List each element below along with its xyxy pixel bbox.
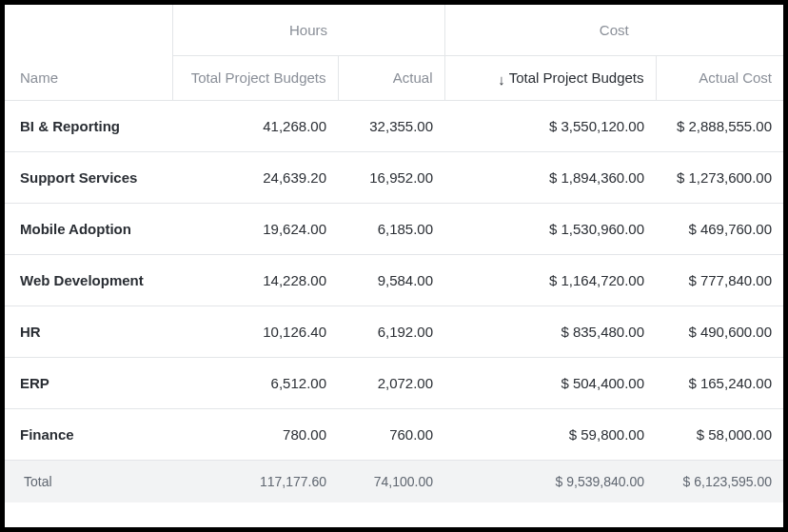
- row-name: Mobile Adoption: [5, 203, 172, 254]
- row-cost-budget: $ 1,530,960.00: [444, 203, 656, 254]
- totals-label: Total: [5, 460, 172, 502]
- row-hours-actual: 9,584.00: [338, 254, 444, 305]
- column-header-name[interactable]: Name: [5, 56, 172, 101]
- row-hours-budget: 6,512.00: [172, 357, 338, 408]
- column-header-hours-actual[interactable]: Actual: [338, 56, 444, 101]
- row-cost-budget: $ 3,550,120.00: [444, 100, 656, 151]
- column-header-hours-budget[interactable]: Total Project Budgets: [172, 56, 338, 101]
- row-hours-budget: 41,268.00: [172, 100, 338, 151]
- row-cost-actual: $ 469,760.00: [656, 203, 783, 254]
- project-budget-table: Hours Cost Name Total Project Budgets Ac…: [5, 5, 783, 502]
- row-cost-actual: $ 777,840.00: [656, 254, 783, 305]
- row-hours-budget: 14,228.00: [172, 254, 338, 305]
- column-group-hours[interactable]: Hours: [172, 5, 444, 56]
- totals-hours-actual: 74,100.00: [338, 460, 444, 502]
- row-name: HR: [5, 305, 172, 357]
- row-hours-actual: 6,185.00: [338, 203, 444, 254]
- report-frame: Hours Cost Name Total Project Budgets Ac…: [0, 0, 788, 532]
- row-cost-actual: $ 490,600.00: [656, 305, 783, 357]
- row-hours-actual: 32,355.00: [338, 100, 444, 151]
- sort-descending-icon: ↓: [498, 72, 505, 87]
- row-hours-actual: 16,952.00: [338, 151, 444, 203]
- table-row[interactable]: BI & Reporting41,268.0032,355.00$ 3,550,…: [5, 100, 783, 151]
- row-hours-budget: 24,639.20: [172, 151, 338, 203]
- row-hours-budget: 19,624.00: [172, 203, 338, 254]
- row-cost-actual: $ 1,273,600.00: [656, 151, 783, 203]
- column-header-cost-budget[interactable]: ↓Total Project Budgets: [444, 56, 656, 101]
- row-name: BI & Reporting: [5, 100, 172, 151]
- table-row[interactable]: Support Services24,639.2016,952.00$ 1,89…: [5, 151, 783, 203]
- row-cost-budget: $ 59,800.00: [444, 408, 656, 460]
- table-row[interactable]: Finance780.00760.00$ 59,800.00$ 58,000.0…: [5, 408, 783, 460]
- totals-row: Total 117,177.60 74,100.00 $ 9,539,840.0…: [5, 460, 783, 502]
- row-name: Support Services: [5, 151, 172, 203]
- totals-hours-budget: 117,177.60: [172, 460, 338, 502]
- row-cost-budget: $ 835,480.00: [444, 305, 656, 357]
- row-name: Web Development: [5, 254, 172, 305]
- row-cost-budget: $ 1,894,360.00: [444, 151, 656, 203]
- column-header-cost-actual[interactable]: Actual Cost: [656, 56, 783, 101]
- row-hours-budget: 780.00: [172, 408, 338, 460]
- row-name: Finance: [5, 408, 172, 460]
- header-blank: [5, 5, 172, 56]
- row-cost-actual: $ 58,000.00: [656, 408, 783, 460]
- row-cost-actual: $ 165,240.00: [656, 357, 783, 408]
- totals-cost-budget: $ 9,539,840.00: [444, 460, 656, 502]
- totals-cost-actual: $ 6,123,595.00: [656, 460, 783, 502]
- table-row[interactable]: Mobile Adoption19,624.006,185.00$ 1,530,…: [5, 203, 783, 254]
- column-group-cost[interactable]: Cost: [444, 5, 783, 56]
- row-hours-budget: 10,126.40: [172, 305, 338, 357]
- column-header-cost-budget-label: Total Project Budgets: [509, 69, 644, 86]
- row-cost-budget: $ 1,164,720.00: [444, 254, 656, 305]
- row-hours-actual: 2,072.00: [338, 357, 444, 408]
- row-name: ERP: [5, 357, 172, 408]
- row-hours-actual: 6,192.00: [338, 305, 444, 357]
- row-cost-budget: $ 504,400.00: [444, 357, 656, 408]
- table-row[interactable]: HR10,126.406,192.00$ 835,480.00$ 490,600…: [5, 305, 783, 357]
- table-row[interactable]: Web Development14,228.009,584.00$ 1,164,…: [5, 254, 783, 305]
- table-row[interactable]: ERP6,512.002,072.00$ 504,400.00$ 165,240…: [5, 357, 783, 408]
- row-cost-actual: $ 2,888,555.00: [656, 100, 783, 151]
- row-hours-actual: 760.00: [338, 408, 444, 460]
